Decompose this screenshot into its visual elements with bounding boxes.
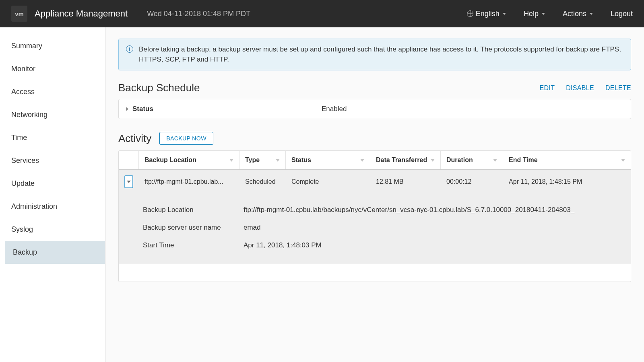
activity-title: Activity [118, 132, 151, 145]
cell-duration: 00:00:12 [441, 170, 503, 194]
sidebar-item-backup[interactable]: Backup [5, 241, 105, 264]
column-duration[interactable]: Duration [441, 151, 503, 169]
chevron-down-icon [127, 181, 131, 183]
column-status[interactable]: Status [286, 151, 370, 169]
table-header-row: Backup Location Type Status Data Transfe… [119, 151, 631, 170]
cell-type: Scheduled [239, 170, 286, 194]
filter-icon[interactable] [493, 159, 497, 162]
help-label: Help [524, 10, 539, 18]
column-label: End Time [509, 156, 538, 164]
logout-button[interactable]: Logout [611, 10, 633, 18]
top-header: vm Appliance Management Wed 04-11-2018 0… [0, 0, 644, 27]
sidebar-item-monitor[interactable]: Monitor [0, 58, 105, 80]
table-row[interactable]: ftp://ftp-mgmt-01.cpbu.lab... Scheduled … [119, 170, 631, 194]
info-banner-text: Before taking a backup, a backup server … [139, 45, 623, 64]
detail-label: Backup Location [143, 206, 244, 214]
column-label: Data Transferred [376, 156, 427, 164]
column-end-time[interactable]: End Time [503, 151, 631, 169]
chevron-down-icon [590, 13, 593, 15]
logout-label: Logout [611, 10, 633, 18]
column-label: Status [291, 156, 311, 164]
sidebar-item-syslog[interactable]: Syslog [0, 218, 105, 241]
status-value: Enabled [322, 105, 347, 113]
detail-row-start: Start Time Apr 11, 2018, 1:48:03 PM [143, 237, 623, 254]
chevron-down-icon [542, 13, 545, 15]
schedule-header: Backup Schedule EDIT DISABLE DELETE [118, 82, 631, 94]
help-dropdown[interactable]: Help [524, 10, 545, 18]
column-label: Duration [446, 156, 473, 164]
schedule-title: Backup Schedule [118, 82, 200, 94]
info-banner: i Before taking a backup, a backup serve… [118, 39, 631, 70]
sidebar-item-networking[interactable]: Networking [0, 103, 105, 126]
info-icon: i [126, 45, 133, 53]
detail-row-location: Backup Location ftp://ftp-mgmt-01.cpbu.l… [143, 201, 623, 219]
filter-icon[interactable] [621, 159, 625, 162]
sidebar-item-access[interactable]: Access [0, 80, 105, 103]
column-backup-location[interactable]: Backup Location [139, 151, 239, 169]
table-footer [119, 264, 631, 282]
disable-button[interactable]: DISABLE [566, 84, 594, 92]
globe-icon [467, 10, 473, 17]
column-expand [119, 151, 139, 169]
app-title: Appliance Management [35, 8, 128, 19]
cell-data-transferred: 12.81 MB [370, 170, 441, 194]
sidebar-item-summary[interactable]: Summary [0, 35, 105, 58]
language-label: English [476, 10, 500, 18]
main-content: i Before taking a backup, a backup serve… [105, 27, 644, 362]
sidebar: Summary Monitor Access Networking Time S… [0, 27, 105, 362]
column-data-transferred[interactable]: Data Transferred [370, 151, 441, 169]
column-label: Backup Location [144, 156, 196, 164]
chevron-right-icon [126, 107, 128, 111]
detail-value: Apr 11, 2018, 1:48:03 PM [244, 241, 322, 249]
column-type[interactable]: Type [239, 151, 286, 169]
delete-button[interactable]: DELETE [605, 84, 631, 92]
column-label: Type [245, 156, 260, 164]
expand-row-button[interactable] [124, 175, 133, 188]
brand-logo: vm [11, 6, 27, 22]
sidebar-item-update[interactable]: Update [0, 172, 105, 195]
language-dropdown[interactable]: English [467, 10, 506, 18]
detail-label: Start Time [143, 241, 244, 249]
detail-row-user: Backup server user name emad [143, 219, 623, 237]
filter-icon[interactable] [276, 159, 280, 162]
row-detail-panel: Backup Location ftp://ftp-mgmt-01.cpbu.l… [119, 194, 631, 264]
edit-button[interactable]: EDIT [540, 84, 555, 92]
sidebar-item-services[interactable]: Services [0, 149, 105, 172]
detail-value: ftp://ftp-mgmt-01.cpbu.lab/backups/nyc/v… [244, 206, 574, 214]
activity-header: Activity BACKUP NOW [118, 132, 631, 145]
cell-status: Complete [286, 170, 370, 194]
header-right: English Help Actions Logout [467, 10, 633, 18]
expand-cell [119, 170, 139, 194]
datetime-display: Wed 04-11-2018 01:48 PM PDT [147, 10, 250, 18]
cell-backup-location: ftp://ftp-mgmt-01.cpbu.lab... [139, 170, 239, 194]
backup-now-button[interactable]: BACKUP NOW [159, 132, 213, 145]
sidebar-item-administration[interactable]: Administration [0, 195, 105, 218]
actions-label: Actions [563, 10, 586, 18]
detail-label: Backup server user name [143, 224, 244, 232]
activity-table: Backup Location Type Status Data Transfe… [118, 150, 631, 282]
filter-icon[interactable] [360, 159, 364, 162]
sidebar-item-time[interactable]: Time [0, 126, 105, 149]
schedule-status-row[interactable]: Status Enabled [118, 99, 631, 119]
filter-icon[interactable] [431, 159, 435, 162]
schedule-actions: EDIT DISABLE DELETE [540, 84, 631, 92]
chevron-down-icon [503, 13, 506, 15]
cell-end-time: Apr 11, 2018, 1:48:15 PM [503, 170, 631, 194]
status-label: Status [132, 105, 322, 113]
filter-icon[interactable] [229, 159, 233, 162]
actions-dropdown[interactable]: Actions [563, 10, 593, 18]
detail-value: emad [244, 224, 261, 232]
